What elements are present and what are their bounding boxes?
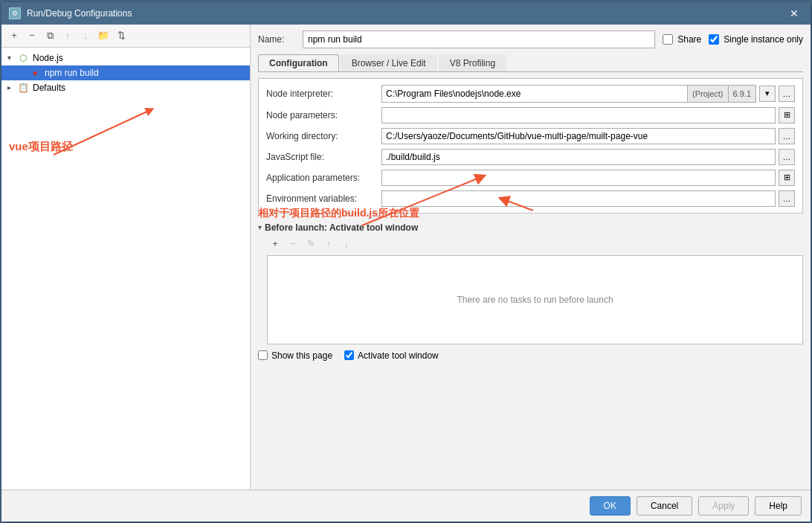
share-label: Share: [677, 34, 701, 45]
node-parameters-input[interactable]: [381, 107, 776, 123]
tree-nodejs-group[interactable]: ▾ ⬡ Node.js: [1, 51, 250, 65]
dialog-title: Run/Debug Configurations: [27, 8, 132, 19]
node-interpreter-wrap: (Project) 6.9.1 ▾ …: [381, 85, 795, 103]
working-directory-label: Working directory:: [266, 131, 381, 141]
cancel-button[interactable]: Cancel: [637, 496, 692, 516]
app-parameters-label: Application parameters:: [266, 173, 381, 183]
app-parameters-row: Application parameters: ⊞: [266, 170, 795, 186]
env-variables-row: Environment variables: …: [266, 190, 795, 207]
node-parameters-wrap: ⊞: [381, 107, 795, 123]
nodejs-icon: ⬡: [16, 52, 30, 64]
nodejs-arrow: ▾: [7, 54, 16, 62]
defaults-label: Defaults: [33, 83, 65, 93]
left-arrow-svg: [1, 95, 250, 244]
app-parameters-browse[interactable]: ⊞: [779, 170, 795, 186]
launch-edit-button[interactable]: ✎: [303, 236, 319, 252]
copy-config-button[interactable]: ⧉: [42, 28, 58, 44]
node-parameters-browse[interactable]: ⊞: [779, 107, 795, 123]
add-config-button[interactable]: +: [6, 28, 22, 44]
env-variables-input[interactable]: [381, 190, 776, 207]
before-launch-section: ▾ Before launch: Activate tool window + …: [258, 222, 803, 344]
close-button[interactable]: ✕: [785, 6, 803, 21]
launch-down-button[interactable]: ↓: [338, 236, 355, 252]
svg-line-1: [54, 110, 150, 155]
show-page-label: Show this page: [271, 350, 332, 361]
name-input[interactable]: [303, 31, 655, 48]
left-toolbar: + − ⧉ ↑ ↓ 📁 ⇅: [1, 25, 250, 48]
tab-configuration[interactable]: Configuration: [258, 54, 339, 71]
working-directory-input[interactable]: [381, 128, 776, 144]
single-instance-row: Single instance only: [709, 34, 803, 45]
folder-button[interactable]: 📁: [95, 28, 112, 44]
config-form: Node interpreter: (Project) 6.9.1 ▾ … No…: [258, 78, 803, 214]
config-tree: ▾ ⬡ Node.js ● npm run build ▸ 📋 Defaults: [1, 48, 250, 490]
defaults-icon: 📋: [16, 82, 30, 94]
title-bar-left: ⚙ Run/Debug Configurations: [9, 7, 132, 19]
javascript-file-wrap: …: [381, 149, 795, 165]
tree-defaults[interactable]: ▸ 📋 Defaults: [1, 80, 250, 95]
activate-tool-checkbox[interactable]: [344, 350, 354, 360]
before-launch-toolbar: + − ✎ ↑ ↓: [267, 236, 803, 252]
app-parameters-wrap: ⊞: [381, 170, 795, 186]
help-button[interactable]: Help: [755, 496, 802, 516]
javascript-file-label: JavaScript file:: [266, 152, 381, 162]
activate-tool-label: Activate tool window: [358, 350, 439, 361]
move-up-button[interactable]: ↑: [59, 28, 76, 44]
left-panel: + − ⧉ ↑ ↓ 📁 ⇅ ▾ ⬡ Node.js ● npm run bui: [1, 25, 251, 490]
env-variables-browse[interactable]: …: [779, 190, 795, 207]
npm-icon: ●: [28, 67, 42, 79]
node-interpreter-browse[interactable]: …: [779, 86, 795, 102]
share-row: Share: [663, 34, 701, 45]
activate-tool-row: Activate tool window: [344, 350, 439, 361]
working-directory-browse[interactable]: …: [779, 128, 795, 144]
name-label: Name:: [258, 34, 303, 45]
share-checkbox[interactable]: [663, 34, 673, 45]
single-instance-label: Single instance only: [724, 34, 803, 45]
launch-remove-button[interactable]: −: [285, 236, 301, 252]
before-launch-title: Before launch: Activate tool window: [265, 222, 418, 233]
working-directory-row: Working directory: …: [266, 128, 795, 144]
javascript-file-input[interactable]: [381, 149, 776, 165]
apply-button[interactable]: Apply: [698, 496, 749, 516]
javascript-file-row: JavaScript file: …: [266, 149, 795, 165]
title-bar: ⚙ Run/Debug Configurations ✕: [1, 2, 811, 25]
main-content: + − ⧉ ↑ ↓ 📁 ⇅ ▾ ⬡ Node.js ● npm run bui: [1, 25, 811, 490]
single-instance-checkbox[interactable]: [709, 34, 719, 45]
tab-browser-live-edit[interactable]: Browser / Live Edit: [341, 54, 437, 71]
defaults-arrow: ▸: [7, 83, 16, 92]
tab-v8-profiling[interactable]: V8 Profiling: [439, 54, 506, 71]
node-interpreter-input-wrap: (Project) 6.9.1: [381, 85, 756, 103]
move-down-button[interactable]: ↓: [77, 28, 94, 44]
bottom-options: Show this page Activate tool window: [258, 350, 803, 361]
remove-config-button[interactable]: −: [24, 28, 40, 44]
run-debug-dialog: ⚙ Run/Debug Configurations ✕ + − ⧉ ↑ ↓ 📁…: [1, 1, 811, 522]
show-page-checkbox[interactable]: [258, 350, 268, 360]
launch-empty-message: There are no tasks to run before launch: [457, 295, 613, 305]
node-version-badge: 6.9.1: [728, 86, 755, 102]
node-interpreter-input[interactable]: [382, 86, 687, 102]
launch-add-button[interactable]: +: [267, 236, 283, 252]
right-panel: Name: Share Single instance only Configu…: [251, 25, 811, 490]
sort-button[interactable]: ⇅: [113, 28, 129, 44]
before-launch-collapse[interactable]: ▾: [258, 223, 262, 231]
ok-button[interactable]: OK: [590, 496, 631, 516]
tree-npm-run-build[interactable]: ● npm run build: [1, 65, 250, 80]
left-annotation: vue项目路径: [9, 140, 73, 154]
node-parameters-label: Node parameters:: [266, 110, 381, 121]
name-row: Name: Share Single instance only: [258, 31, 803, 48]
bottom-bar: OK Cancel Apply Help: [1, 490, 811, 522]
env-variables-wrap: …: [381, 190, 795, 207]
show-page-row: Show this page: [258, 350, 332, 361]
tabs-row: Configuration Browser / Live Edit V8 Pro…: [258, 54, 803, 72]
launch-up-button[interactable]: ↑: [320, 236, 337, 252]
npm-run-build-label: npm run build: [45, 68, 99, 78]
node-interpreter-row: Node interpreter: (Project) 6.9.1 ▾ …: [266, 85, 795, 103]
nodejs-label: Node.js: [33, 53, 63, 63]
node-interpreter-dropdown[interactable]: ▾: [759, 86, 776, 102]
app-parameters-input[interactable]: [381, 170, 776, 186]
working-directory-wrap: …: [381, 128, 795, 144]
node-interpreter-label: Node interpreter:: [266, 89, 381, 99]
node-parameters-row: Node parameters: ⊞: [266, 107, 795, 123]
launch-list-area: There are no tasks to run before launch: [267, 255, 803, 344]
javascript-file-browse[interactable]: …: [779, 149, 795, 165]
